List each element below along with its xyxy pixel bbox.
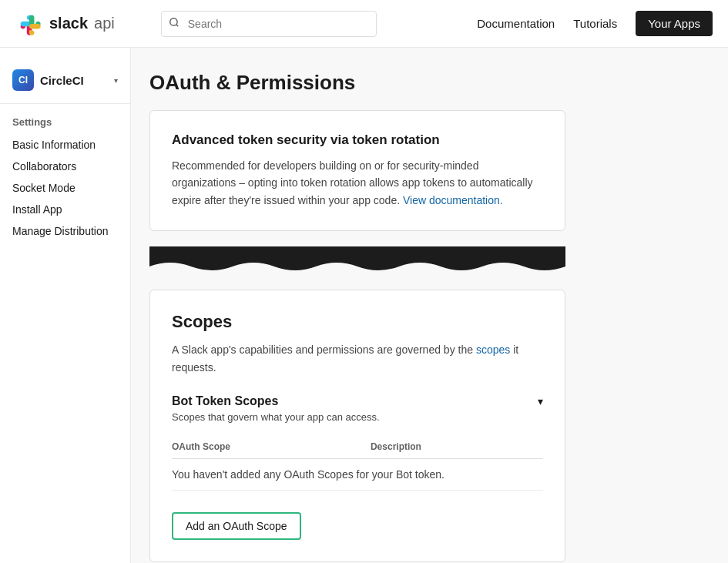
chevron-down-icon: ▾ (114, 76, 118, 85)
add-oauth-scope-button[interactable]: Add an OAuth Scope (172, 512, 301, 540)
sidebar-item-basic-information[interactable]: Basic Information (0, 134, 130, 156)
sidebar-item-manage-distribution[interactable]: Manage Distribution (0, 220, 130, 242)
token-security-body: Recommended for developers building on o… (172, 157, 543, 209)
wave-bottom-svg (149, 259, 565, 274)
search-icon (169, 17, 179, 30)
scopes-card: Scopes A Slack app's capabilities and pe… (149, 290, 565, 562)
site-header: slack api Documentation Tutorials Your A… (0, 0, 728, 48)
nav-tutorials[interactable]: Tutorials (573, 17, 617, 30)
scopes-desc-before: A Slack app's capabilities and permissio… (172, 343, 473, 356)
table-header-description: Description (371, 435, 543, 459)
scopes-description: A Slack app's capabilities and permissio… (172, 341, 543, 376)
svg-point-0 (170, 18, 177, 25)
main-content: OAuth & Permissions Advanced token secur… (131, 48, 728, 563)
svg-line-1 (176, 25, 178, 27)
bot-token-chevron-icon: ▾ (538, 395, 543, 407)
nav-documentation[interactable]: Documentation (477, 17, 555, 30)
token-security-link[interactable]: View documentation. (403, 194, 503, 206)
bot-token-subtitle: Scopes that govern what your app can acc… (172, 411, 543, 423)
token-security-title: Advanced token security via token rotati… (172, 132, 543, 148)
sidebar-item-socket-mode[interactable]: Socket Mode (0, 177, 130, 199)
sidebar: CI CircleCI ▾ Settings Basic Information… (0, 48, 131, 563)
app-selector[interactable]: CI CircleCI ▾ (0, 63, 130, 104)
main-nav: Documentation Tutorials Your Apps (477, 11, 713, 36)
logo-link[interactable]: slack api (15, 10, 115, 38)
logo-text: slack (49, 15, 88, 32)
table-header-scope: OAuth Scope (172, 435, 371, 459)
sidebar-item-collaborators[interactable]: Collaborators (0, 156, 130, 177)
table-row-empty: You haven't added any OAuth Scopes for y… (172, 458, 543, 490)
page-layout: CI CircleCI ▾ Settings Basic Information… (0, 48, 728, 563)
logo-api-text: api (94, 15, 115, 32)
settings-section-label: Settings (0, 116, 130, 134)
bot-token-header: Bot Token Scopes ▾ (172, 394, 543, 408)
sidebar-item-install-app[interactable]: Install App (0, 199, 130, 220)
empty-scopes-message: You haven't added any OAuth Scopes for y… (172, 458, 543, 490)
scopes-inner: Scopes A Slack app's capabilities and pe… (150, 290, 565, 561)
bot-token-title: Bot Token Scopes (172, 394, 278, 408)
app-name: CircleCI (40, 74, 108, 87)
search-container (161, 11, 377, 37)
search-input[interactable] (161, 11, 377, 37)
page-title: OAuth & Permissions (149, 71, 705, 95)
app-icon: CI (12, 69, 34, 91)
scopes-link[interactable]: scopes (476, 343, 510, 356)
scopes-title: Scopes (172, 312, 543, 332)
your-apps-button[interactable]: Your Apps (636, 11, 713, 36)
token-security-card: Advanced token security via token rotati… (149, 110, 565, 231)
wavy-divider (149, 246, 565, 274)
slack-logo-icon (15, 10, 43, 38)
oauth-scopes-table: OAuth Scope Description You haven't adde… (172, 435, 543, 491)
